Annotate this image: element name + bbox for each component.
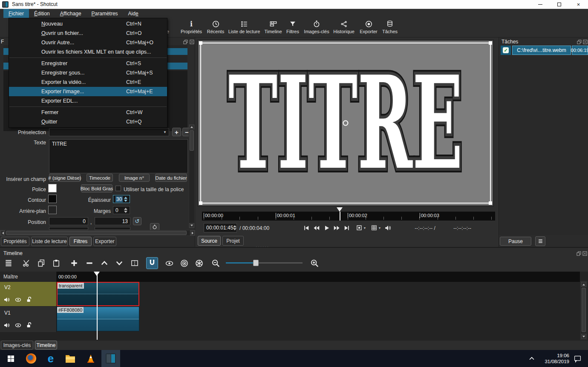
- move-handle[interactable]: [343, 120, 349, 126]
- toolbar-filtres[interactable]: Filtres: [282, 20, 303, 34]
- clip-v1-color[interactable]: #FF808080: [57, 307, 139, 331]
- paste-button[interactable]: [50, 257, 62, 269]
- slider-handle[interactable]: [253, 260, 259, 266]
- zoom-fit-button[interactable]: ▼: [354, 223, 368, 232]
- start-button[interactable]: [3, 350, 18, 367]
- rewind-button[interactable]: [312, 223, 320, 232]
- float-panel-icon[interactable]: [576, 39, 582, 45]
- text-textarea[interactable]: TITRE: [49, 139, 188, 173]
- position-x-field[interactable]: 0: [49, 217, 88, 225]
- margins-spinner[interactable]: 0: [113, 206, 130, 214]
- scroll-down-arrow[interactable]: [189, 223, 194, 228]
- zoom-in-button[interactable]: [308, 257, 320, 269]
- video-preview[interactable]: TITRE TITRE: [198, 40, 493, 206]
- taskbar-clock[interactable]: 19:06 31/08/2019: [538, 350, 569, 367]
- tab-exporter[interactable]: Exporter: [93, 237, 116, 246]
- mute-icon[interactable]: [3, 322, 10, 329]
- outline-color-swatch[interactable]: [48, 195, 57, 203]
- scroll-up-arrow[interactable]: [581, 282, 586, 287]
- resize-handle-sw[interactable]: [199, 201, 202, 205]
- scroll-up-arrow[interactable]: [189, 125, 194, 129]
- menu-item-enregistrer-sous[interactable]: Enregistrer sous...Ctrl+Maj+S: [9, 68, 167, 77]
- menu-item-enregistrer[interactable]: EnregistrerCtrl+S: [9, 59, 167, 68]
- edge-icon[interactable]: e: [43, 350, 58, 367]
- timeline-playhead-triangle[interactable]: [94, 272, 100, 276]
- menu-item-exporter-image[interactable]: Exporter l'image...Ctrl+Maj+E: [9, 87, 167, 96]
- firefox-icon[interactable]: [24, 350, 38, 367]
- tab-projet[interactable]: Projet: [222, 236, 244, 246]
- play-button[interactable]: [322, 223, 331, 232]
- master-track-head[interactable]: Maître: [0, 272, 57, 282]
- fast-forward-button[interactable]: [332, 223, 341, 232]
- tab-proprietes[interactable]: Propriétés: [1, 237, 29, 246]
- lift-button[interactable]: [98, 257, 110, 269]
- menu-edition[interactable]: Édition: [29, 9, 55, 18]
- scroll-left-arrow[interactable]: [0, 230, 5, 235]
- vlc-icon[interactable]: [84, 350, 98, 367]
- reset-icon[interactable]: ↺: [133, 217, 141, 225]
- spinner-arrows[interactable]: [233, 225, 236, 230]
- scrub-while-dragging-button[interactable]: [163, 257, 175, 269]
- tab-timeline[interactable]: Timeline: [35, 341, 57, 350]
- font-name-button[interactable]: Bloc Bold Gras: [81, 184, 112, 192]
- tab-images-cles[interactable]: Images-clés: [1, 341, 33, 350]
- close-panel-icon[interactable]: [582, 251, 588, 256]
- background-color-swatch[interactable]: [48, 206, 57, 214]
- toolbar-timeline[interactable]: Timeline: [260, 20, 286, 34]
- action-center-icon[interactable]: [571, 350, 584, 367]
- spinner-arrows[interactable]: [124, 197, 127, 202]
- menu-parametres[interactable]: Paramètres: [86, 9, 123, 18]
- scrollbar-thumb[interactable]: [190, 130, 194, 151]
- thickness-spinner[interactable]: 30: [113, 195, 130, 203]
- pause-button[interactable]: Pause: [500, 237, 531, 246]
- hide-eye-icon[interactable]: [14, 296, 22, 303]
- menu-item-nouveau[interactable]: NouveauCtrl+N: [9, 19, 167, 29]
- menu-affichage[interactable]: Affichage: [55, 9, 86, 18]
- toolbar-exporter[interactable]: Exporter: [356, 20, 381, 34]
- float-panel-icon[interactable]: [183, 39, 188, 45]
- float-panel-icon[interactable]: [576, 251, 582, 256]
- scroll-down-arrow[interactable]: [581, 334, 586, 339]
- add-preset-button[interactable]: +: [172, 128, 181, 136]
- menu-item-ouvrir-xml-mlt[interactable]: Ouvrir les fichiers XML MLT en tant que …: [9, 47, 167, 57]
- menu-item-quitter[interactable]: QuitterCtrl+Q: [9, 117, 167, 126]
- ripple-delete-button[interactable]: [84, 257, 95, 269]
- toolbar-liste-de-lecture[interactable]: Liste de lecture: [225, 20, 264, 34]
- lock-open-icon[interactable]: [26, 296, 33, 303]
- resize-handle-se[interactable]: [489, 201, 492, 205]
- cut-button[interactable]: [20, 257, 32, 269]
- use-font-size-checkbox[interactable]: [115, 186, 121, 191]
- toolbar-recents[interactable]: Récents: [204, 20, 228, 34]
- clip-v2-transparent[interactable]: transparent: [57, 282, 139, 306]
- close-button[interactable]: ×: [569, 0, 588, 9]
- position-y-field[interactable]: 13: [95, 217, 130, 225]
- playhead-line[interactable]: [340, 212, 340, 221]
- menu-item-exporter-video[interactable]: Exporter la vidéo...Ctrl+E: [9, 77, 167, 87]
- snap-toggle-button[interactable]: [146, 257, 158, 269]
- taskbar-chevron-icon[interactable]: [527, 350, 537, 367]
- timeline-ruler[interactable]: 00:00:00: [57, 272, 580, 282]
- insert-hash-button[interactable]: # (signe Dièse): [49, 174, 81, 182]
- task-file-item[interactable]: C:\fred\vi…titre.webm: [512, 46, 571, 55]
- toolbar-proprietes[interactable]: i Propriétés: [178, 20, 205, 34]
- menu-aide[interactable]: Aide: [123, 9, 144, 18]
- resize-handle-ne[interactable]: [489, 41, 492, 45]
- filters-vscrollbar[interactable]: [189, 124, 195, 228]
- track-head-v2[interactable]: V2: [0, 282, 57, 306]
- toolbar-taches[interactable]: Tâches: [379, 20, 401, 34]
- close-panel-icon[interactable]: [189, 39, 195, 45]
- volume-button[interactable]: [383, 223, 392, 232]
- skip-next-button[interactable]: [343, 223, 351, 232]
- ripple-all-tracks-button[interactable]: [193, 257, 205, 269]
- timeline-playhead-line[interactable]: [97, 272, 98, 340]
- menu-item-fermer[interactable]: FermerCtrl+W: [9, 108, 167, 117]
- text-vui-rect[interactable]: [200, 43, 491, 204]
- insert-filedate-button[interactable]: Date du fichier: [155, 174, 187, 182]
- tasks-menu-button[interactable]: [535, 236, 545, 246]
- overwrite-button[interactable]: [113, 257, 125, 269]
- append-button[interactable]: [68, 257, 80, 269]
- toolbar-historique[interactable]: Historique: [330, 20, 358, 34]
- scrollbar-thumb[interactable]: [6, 231, 187, 235]
- ripple-button[interactable]: [178, 257, 190, 269]
- tab-liste-de-lecture[interactable]: Liste de lecture: [31, 237, 68, 246]
